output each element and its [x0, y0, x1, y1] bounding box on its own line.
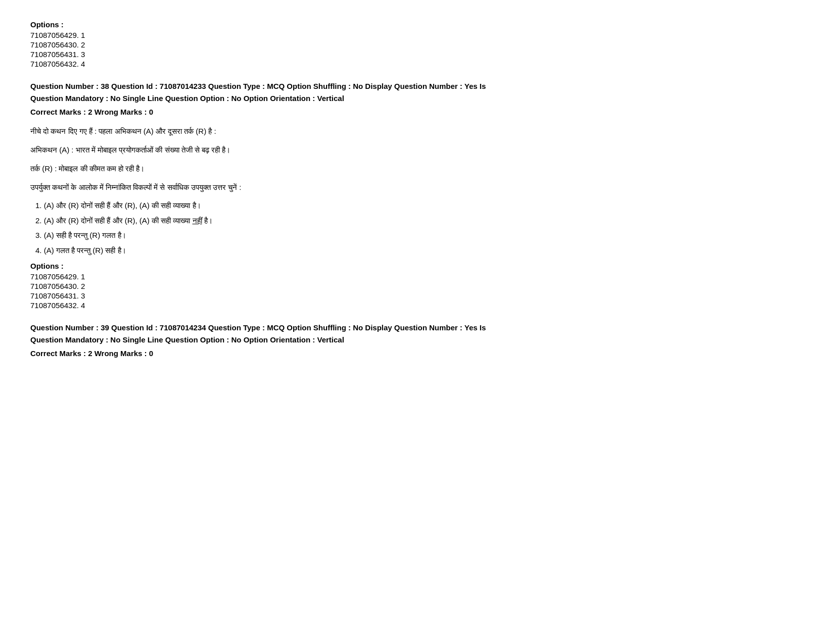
question-38-body-line1: नीचे दो कथन दिए गए हैं : पहला अभिकथन (A)…: [30, 124, 804, 138]
answer-option-2-text: (A) और (R) दोनों सही हैं और (R), (A) की …: [44, 216, 213, 225]
question-38-meta-line1: Question Number : 38 Question Id : 71087…: [30, 80, 804, 92]
list-item: 71087056429. 1: [30, 272, 804, 281]
answer-option-3: 3. (A) सही है परन्तु (R) गलत है।: [35, 229, 804, 242]
option-id: 71087056431.: [30, 50, 81, 59]
option-id: 71087056431.: [30, 291, 81, 300]
option-id: 71087056430.: [30, 40, 81, 49]
answer-option-1-num: 1.: [35, 201, 44, 210]
question-38-answer-options: 1. (A) और (R) दोनों सही हैं और (R), (A) …: [30, 199, 804, 257]
question-39-meta-line2: Question Mandatory : No Single Line Ques…: [30, 334, 804, 346]
answer-option-2-num: 2.: [35, 216, 44, 225]
option-value: 3: [81, 291, 85, 300]
option-id: 71087056432.: [30, 301, 81, 310]
question-38-meta: Question Number : 38 Question Id : 71087…: [30, 80, 804, 105]
top-options-section: Options : 71087056429. 1 71087056430. 2 …: [30, 20, 804, 68]
option-value: 1: [81, 31, 85, 39]
question-38-body-line2: अभिकथन (A) : भारत में मोबाइल प्रयोगकर्ता…: [30, 143, 804, 157]
question-38-body: नीचे दो कथन दिए गए हैं : पहला अभिकथन (A)…: [30, 124, 804, 194]
list-item: 71087056429. 1: [30, 31, 804, 39]
question-39-marks: Correct Marks : 2 Wrong Marks : 0: [30, 349, 804, 358]
option-id: 71087056432.: [30, 60, 81, 68]
option-value: 4: [81, 301, 85, 310]
answer-option-2: 2. (A) और (R) दोनों सही हैं और (R), (A) …: [35, 214, 804, 227]
list-item: 71087056431. 3: [30, 50, 804, 59]
option-value: 2: [81, 40, 85, 49]
option-value: 1: [81, 272, 85, 281]
option-id: 71087056429.: [30, 31, 81, 39]
list-item: 71087056430. 2: [30, 40, 804, 49]
question-38-options-section: Options : 71087056429. 1 71087056430. 2 …: [30, 262, 804, 310]
question-39-meta-line1: Question Number : 39 Question Id : 71087…: [30, 322, 804, 334]
question-38-options-label: Options :: [30, 262, 804, 270]
list-item: 71087056432. 4: [30, 60, 804, 68]
option-value: 4: [81, 60, 85, 68]
answer-option-1-text: (A) और (R) दोनों सही हैं और (R), (A) की …: [44, 201, 201, 210]
list-item: 71087056432. 4: [30, 301, 804, 310]
list-item: 71087056430. 2: [30, 282, 804, 290]
answer-option-3-num: 3.: [35, 231, 44, 239]
answer-option-4-num: 4.: [35, 246, 44, 255]
option-value: 3: [81, 50, 85, 59]
option-id: 71087056430.: [30, 282, 81, 290]
question-38-section: Question Number : 38 Question Id : 71087…: [30, 80, 804, 310]
answer-option-4-text: (A) गलत है परन्तु (R) सही है।: [44, 246, 126, 255]
answer-option-4: 4. (A) गलत है परन्तु (R) सही है।: [35, 244, 804, 257]
underline-text: नहीं: [193, 216, 202, 225]
answer-option-3-text: (A) सही है परन्तु (R) गलत है।: [44, 231, 126, 239]
list-item: 71087056431. 3: [30, 291, 804, 300]
option-value: 2: [81, 282, 85, 290]
question-38-body-line4: उपर्युक्त कथनों के आलोक में निम्नांकित व…: [30, 180, 804, 194]
question-38-marks: Correct Marks : 2 Wrong Marks : 0: [30, 108, 804, 116]
question-39-meta: Question Number : 39 Question Id : 71087…: [30, 322, 804, 346]
question-38-body-line3: तर्क (R) : मोबाइल की कीमत कम हो रही है।: [30, 162, 804, 175]
option-id: 71087056429.: [30, 272, 81, 281]
question-39-section: Question Number : 39 Question Id : 71087…: [30, 322, 804, 358]
question-38-meta-line2: Question Mandatory : No Single Line Ques…: [30, 92, 804, 105]
top-options-label: Options :: [30, 20, 804, 29]
answer-option-1: 1. (A) और (R) दोनों सही हैं और (R), (A) …: [35, 199, 804, 212]
